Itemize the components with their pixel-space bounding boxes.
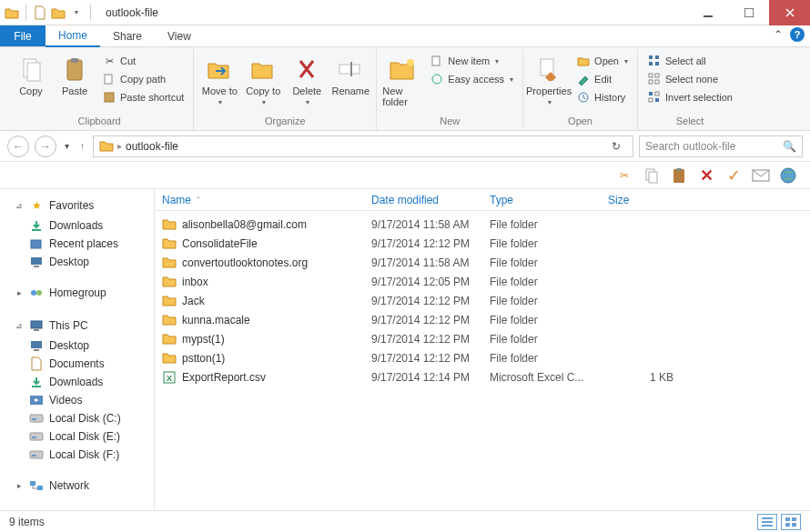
- invert-selection-icon: [647, 90, 662, 105]
- folder-icon: [162, 236, 177, 251]
- table-row[interactable]: ConsolidateFile9/17/2014 12:12 PMFile fo…: [155, 234, 810, 253]
- properties-button[interactable]: Properties: [529, 53, 569, 106]
- breadcrumb[interactable]: ▸ outlook-file ↻: [93, 136, 633, 157]
- sidebar-item-downloads[interactable]: Downloads: [4, 373, 154, 391]
- sidebar-item-desktop[interactable]: Desktop: [4, 253, 154, 271]
- ribbon-collapse-icon[interactable]: ⌃: [774, 28, 783, 41]
- tab-home[interactable]: Home: [46, 25, 100, 47]
- file-type: File folder: [482, 256, 601, 269]
- help-icon[interactable]: ?: [790, 27, 805, 42]
- sidebar-item-documents[interactable]: Documents: [4, 355, 154, 373]
- ribbon-group-select: Select all Select none Invert selection …: [638, 49, 742, 130]
- clipboard-icon[interactable]: [670, 166, 688, 185]
- sidebar-group-homegroup[interactable]: ▸ Homegroup: [4, 282, 154, 304]
- nav-history-dropdown[interactable]: ▾: [62, 141, 72, 151]
- svg-rect-34: [31, 240, 41, 248]
- sidebar-item-desktop[interactable]: Desktop: [4, 336, 154, 355]
- paste-button[interactable]: Paste: [55, 53, 95, 96]
- table-row[interactable]: mypst(1)9/17/2014 12:12 PMFile folder: [155, 329, 810, 348]
- new-item-button[interactable]: New item: [426, 53, 517, 69]
- svg-rect-59: [792, 517, 796, 521]
- file-menu-button[interactable]: File: [0, 25, 46, 46]
- view-icons-button[interactable]: [781, 514, 801, 530]
- cut-button[interactable]: ✂Cut: [98, 53, 187, 69]
- breadcrumb-path: outlook-file: [126, 140, 602, 153]
- table-row[interactable]: Jack9/17/2014 12:12 PMFile folder: [155, 291, 810, 310]
- maximize-button[interactable]: [728, 0, 769, 25]
- rename-button[interactable]: Rename: [330, 53, 370, 96]
- folder-icon: [162, 351, 177, 366]
- file-type: File folder: [482, 237, 601, 250]
- copy-to-button[interactable]: Copy to: [243, 53, 283, 106]
- sidebar-item-label: Local Disk (C:): [49, 412, 121, 425]
- minimize-button[interactable]: [687, 0, 728, 25]
- videos-icon: [29, 393, 44, 407]
- close-button[interactable]: [769, 0, 810, 25]
- file-date: 9/17/2014 12:12 PM: [364, 352, 482, 365]
- svg-rect-43: [32, 386, 41, 387]
- delete2-icon[interactable]: ✕: [697, 166, 715, 185]
- folder-icon: [162, 256, 177, 270]
- select-none-button[interactable]: Select none: [643, 71, 736, 87]
- column-header-name[interactable]: Name ˄: [155, 194, 364, 206]
- table-row[interactable]: alisonbella08@gmail.com9/17/2014 11:58 A…: [155, 215, 810, 234]
- copy-icon: [16, 55, 46, 84]
- invert-selection-button[interactable]: Invert selection: [643, 89, 736, 105]
- sidebar-item-downloads[interactable]: Downloads: [4, 216, 154, 235]
- tab-share[interactable]: Share: [100, 25, 155, 46]
- search-box[interactable]: Search outlook-file 🔍: [639, 136, 803, 157]
- qat-dropdown-icon[interactable]: ▾: [68, 5, 85, 21]
- svg-rect-30: [676, 168, 682, 171]
- nav-up-button[interactable]: ↑: [77, 141, 87, 151]
- qat-doc-icon[interactable]: [32, 5, 48, 21]
- column-header-size[interactable]: Size: [601, 194, 673, 206]
- move-to-button[interactable]: Move to: [199, 53, 239, 106]
- edit-button[interactable]: Edit: [572, 71, 632, 87]
- status-bar: 9 items: [0, 510, 810, 532]
- table-row[interactable]: convertoutlooktonotes.org9/17/2014 11:58…: [155, 253, 810, 272]
- mail-icon[interactable]: [752, 166, 770, 185]
- sidebar-group-thispc[interactable]: ⊿ This PC: [4, 315, 154, 336]
- nav-forward-button[interactable]: →: [35, 136, 56, 157]
- edit-icon: [576, 72, 591, 86]
- select-all-button[interactable]: Select all: [643, 53, 736, 69]
- file-type: File folder: [482, 295, 601, 307]
- view-details-button[interactable]: [757, 514, 777, 530]
- svg-rect-15: [649, 55, 653, 59]
- copy2-icon[interactable]: [643, 166, 661, 185]
- refresh-button[interactable]: ↻: [605, 140, 627, 153]
- sidebar-item-local-disk-e-[interactable]: Local Disk (E:): [4, 427, 154, 446]
- svg-text:X: X: [167, 374, 172, 383]
- copy-path-button[interactable]: Copy path: [98, 71, 187, 87]
- tab-view[interactable]: View: [155, 25, 204, 46]
- easy-access-button[interactable]: Easy access: [426, 71, 517, 87]
- sidebar-group-network[interactable]: ▸ Network: [4, 475, 154, 497]
- delete-button[interactable]: Delete: [287, 53, 327, 106]
- open-button[interactable]: Open: [572, 53, 632, 69]
- homegroup-icon: [29, 286, 44, 300]
- sidebar-item-local-disk-f-[interactable]: Local Disk (F:): [4, 446, 154, 464]
- table-row[interactable]: XExportReport.csv9/17/2014 12:14 PMMicro…: [155, 367, 810, 386]
- sidebar-item-label: Desktop: [49, 339, 89, 352]
- column-header-type[interactable]: Type: [482, 194, 601, 206]
- sidebar-item-local-disk-c-[interactable]: Local Disk (C:): [4, 409, 154, 427]
- table-row[interactable]: inbox9/17/2014 12:05 PMFile folder: [155, 272, 810, 291]
- sidebar-item-recent-places[interactable]: Recent places: [4, 235, 154, 253]
- svg-rect-17: [649, 62, 653, 65]
- nav-back-button[interactable]: ←: [7, 136, 29, 157]
- sidebar-group-favorites[interactable]: ⊿ ★ Favorites: [4, 195, 154, 216]
- paste-shortcut-button[interactable]: Paste shortcut: [98, 89, 187, 105]
- globe-icon[interactable]: [779, 166, 797, 185]
- copy-button[interactable]: Copy: [11, 53, 51, 96]
- qat-folder2-icon[interactable]: [50, 5, 66, 21]
- column-header-date[interactable]: Date modified: [364, 194, 482, 206]
- new-folder-button[interactable]: New folder: [382, 53, 422, 107]
- check-icon[interactable]: ✓: [724, 166, 743, 185]
- pin-icon[interactable]: ✂: [615, 166, 633, 185]
- table-row[interactable]: pstton(1)9/17/2014 12:12 PMFile folder: [155, 348, 810, 367]
- table-row[interactable]: kunna.macale9/17/2014 12:12 PMFile folde…: [155, 310, 810, 329]
- svg-rect-35: [31, 257, 42, 265]
- sidebar-item-videos[interactable]: Videos: [4, 391, 154, 409]
- qat-folder-icon[interactable]: [4, 5, 20, 21]
- history-button[interactable]: History: [572, 89, 632, 105]
